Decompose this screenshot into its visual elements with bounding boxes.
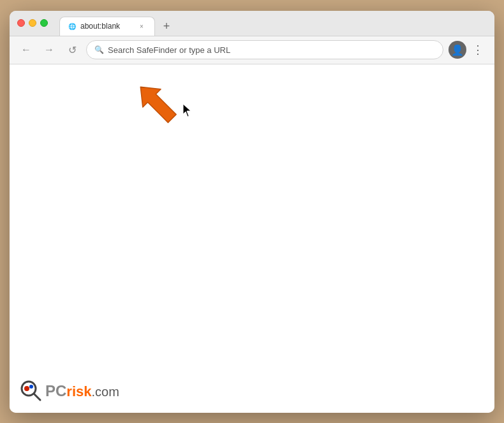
search-icon: 🔍 (94, 45, 104, 54)
reload-icon: ↺ (68, 44, 77, 56)
nav-right-controls: 👤 ⋮ (448, 41, 487, 59)
svg-point-4 (24, 386, 29, 391)
more-options-button[interactable]: ⋮ (469, 41, 487, 59)
address-bar[interactable]: 🔍 Search SafeFinder or type a URL (86, 40, 443, 59)
account-icon: 👤 (451, 44, 464, 56)
com-text: .com (92, 385, 119, 399)
address-bar-placeholder: Search SafeFinder or type a URL (108, 45, 230, 55)
traffic-lights (17, 19, 48, 27)
active-tab[interactable]: 🌐 about:blank × (59, 17, 155, 36)
new-tab-button[interactable]: + (158, 18, 175, 36)
maximize-button[interactable] (40, 19, 48, 27)
watermark: PCrisk.com (20, 380, 119, 403)
arrow-annotation (131, 77, 182, 131)
tab-close-button[interactable]: × (137, 21, 147, 31)
browser-window: 🌐 about:blank × + ← → ↺ 🔍 Search SafeFin… (10, 11, 494, 413)
account-button[interactable]: 👤 (448, 41, 466, 59)
tab-title: about:blank (80, 22, 133, 31)
more-icon: ⋮ (472, 43, 484, 57)
nav-bar: ← → ↺ 🔍 Search SafeFinder or type a URL … (10, 36, 494, 64)
svg-line-3 (34, 394, 40, 400)
reload-button[interactable]: ↺ (63, 41, 81, 59)
svg-marker-0 (131, 78, 181, 128)
title-bar: 🌐 about:blank × + (10, 11, 494, 36)
arrow-icon (131, 77, 182, 128)
svg-marker-1 (183, 104, 191, 117)
pc-text: PC (45, 382, 66, 399)
back-icon: ← (21, 44, 31, 56)
risk-text: risk (66, 383, 91, 399)
back-button[interactable]: ← (17, 41, 35, 59)
cursor-icon (183, 104, 193, 117)
watermark-text: PCrisk.com (45, 382, 119, 400)
svg-point-5 (29, 385, 33, 389)
pcrisk-logo-icon (20, 380, 43, 403)
page-content: PCrisk.com (10, 64, 494, 413)
minimize-button[interactable] (29, 19, 36, 27)
tab-favicon-icon: 🌐 (68, 22, 77, 31)
forward-icon: → (44, 44, 54, 56)
cursor (183, 104, 193, 117)
close-button[interactable] (17, 19, 25, 27)
forward-button[interactable]: → (40, 41, 58, 59)
tab-bar: 🌐 about:blank × + (59, 11, 487, 36)
